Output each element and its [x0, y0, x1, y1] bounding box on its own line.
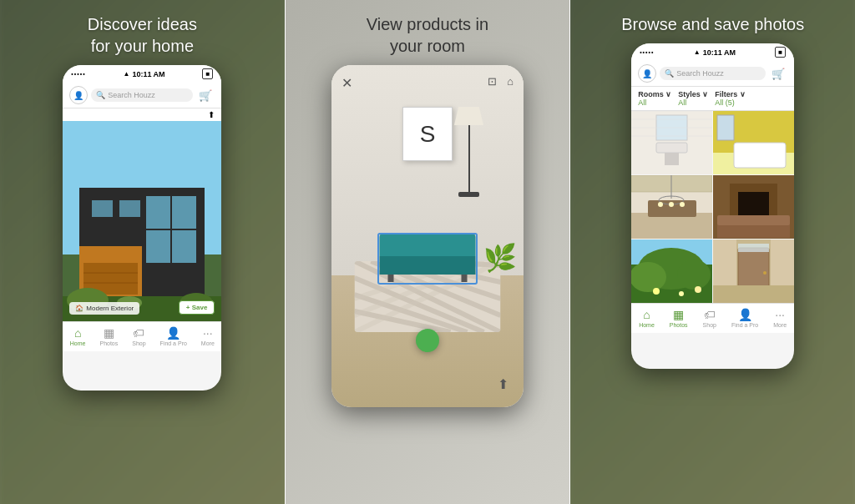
ar-phone-mockup: ✕ ⊡ ⌂ S 🌿	[331, 65, 524, 407]
nav-findpro-1[interactable]: 👤 Find a Pro	[160, 326, 187, 346]
filter-styles-label: Styles ∨	[678, 90, 708, 98]
grid-photo-1[interactable]	[631, 111, 712, 174]
ar-selection-box	[377, 233, 478, 285]
ar-plant: 🌿	[483, 242, 517, 274]
panel2-title: View products in your room	[350, 0, 505, 65]
search-placeholder-1: Search Houzz	[108, 91, 155, 99]
ar-furniture-icon[interactable]: ⌂	[507, 75, 514, 91]
photos-icon: ▦	[104, 326, 114, 340]
lamp-shade	[454, 107, 483, 125]
filter-rooms-label: Rooms ∨	[638, 90, 671, 98]
svg-point-61	[653, 288, 660, 295]
svg-rect-31	[656, 143, 687, 153]
svg-rect-55	[717, 215, 790, 225]
divider-2-3	[569, 0, 570, 504]
svg-rect-39	[734, 143, 786, 168]
filter-bar: Rooms ∨ All Styles ∨ All Filters ∨ All (…	[631, 87, 794, 111]
svg-rect-8	[119, 200, 140, 217]
nav-findpro-3[interactable]: 👤 Find a Pro	[731, 308, 758, 328]
svg-rect-32	[665, 153, 679, 165]
nav-more-label-3: More	[773, 322, 787, 328]
wifi-icon-3: ▲	[694, 48, 701, 56]
nav-shop-1[interactable]: 🏷 Shop	[132, 326, 145, 346]
divider-1-2	[285, 0, 286, 504]
ar-confirm-dot[interactable]	[416, 329, 439, 352]
house-illustration: 🏠 Modern Exterior + Save	[63, 121, 221, 321]
panel1-title: Discover ideas for your home	[71, 0, 214, 65]
grid-photo-6[interactable]	[713, 239, 794, 303]
svg-point-67	[763, 271, 766, 275]
search-bar-3: 👤 🔍 Search Houzz 🛒	[631, 61, 794, 87]
nav-findpro-label-3: Find a Pro	[731, 322, 758, 328]
panel-ar: View products in your room ✕ ⊡ ⌂ S	[286, 0, 570, 504]
svg-rect-68	[738, 244, 769, 252]
svg-point-48	[669, 202, 674, 207]
photo-label-text: Modern Exterior	[86, 305, 134, 312]
avatar-3: 👤	[638, 64, 656, 83]
svg-point-47	[658, 202, 663, 207]
wifi-icon: ▲	[123, 70, 129, 78]
ar-screen: ✕ ⊡ ⌂ S 🌿	[331, 65, 524, 407]
save-button-1[interactable]: + Save	[179, 300, 215, 315]
nav-shop-3[interactable]: 🏷 Shop	[703, 308, 716, 328]
ar-floor-lamp	[454, 107, 483, 199]
cart-icon-3[interactable]: 🛒	[769, 64, 787, 83]
search-icon: 🔍	[96, 91, 105, 99]
nav-home-label: Home	[70, 340, 86, 346]
search-field-3[interactable]: 🔍 Search Houzz	[660, 67, 766, 80]
findpro-icon-3: 👤	[738, 308, 752, 321]
ar-share-icon[interactable]: ⬆	[498, 376, 508, 392]
svg-point-62	[679, 291, 684, 296]
ar-close-icon[interactable]: ✕	[341, 75, 352, 91]
filter-filters-label: Filters ∨	[715, 90, 746, 98]
share-row: ⬆	[63, 108, 221, 121]
filter-filters-value: All (5)	[715, 98, 746, 107]
house-image: 🏠 Modern Exterior + Save	[63, 121, 221, 321]
grid-photo-2[interactable]	[713, 111, 794, 174]
panel-browse: Browse and save photos ••••• ▲ 10:11 AM …	[570, 0, 855, 504]
nav-photos-3[interactable]: ▦ Photos	[670, 308, 688, 328]
filter-styles-value: All	[678, 98, 708, 107]
filter-rooms-value: All	[638, 98, 671, 107]
lamp-pole	[468, 125, 470, 192]
nav-more-1[interactable]: ··· More	[201, 326, 215, 346]
svg-rect-40	[717, 115, 734, 140]
filter-styles[interactable]: Styles ∨ All	[678, 90, 708, 107]
grid-photo-5[interactable]	[631, 239, 712, 303]
grid-photo-3[interactable]	[631, 175, 712, 239]
nav-shop-label-3: Shop	[703, 322, 716, 328]
nav-more-3[interactable]: ··· More	[773, 308, 787, 328]
photo-label-1: 🏠 Modern Exterior	[69, 302, 139, 315]
search-bar-1: 👤 🔍 Search Houzz 🛒	[63, 83, 221, 108]
photo-grid	[631, 111, 794, 303]
nav-photos-1[interactable]: ▦ Photos	[99, 326, 118, 346]
signal-dots-3: •••••	[640, 49, 654, 55]
battery-icon: ■	[202, 68, 213, 79]
svg-point-59	[631, 262, 666, 292]
share-icon[interactable]: ⬆	[208, 110, 215, 119]
phone-mockup-3: ••••• ▲ 10:11 AM ■ 👤 🔍 Search Houzz 🛒 Ro…	[631, 43, 794, 369]
bottom-nav-1: ⌂ Home ▦ Photos 🏷 Shop 👤 Find a Pro ··· …	[63, 321, 221, 351]
more-icon: ···	[203, 326, 213, 340]
filter-filters[interactable]: Filters ∨ All (5)	[715, 90, 746, 107]
panel3-title: Browse and save photos	[605, 0, 821, 43]
findpro-icon: 👤	[166, 326, 180, 340]
nav-home-3[interactable]: ⌂ Home	[639, 308, 655, 328]
more-icon-3: ···	[775, 308, 785, 321]
home-icon: ⌂	[74, 326, 81, 340]
nav-more-label: More	[201, 340, 215, 346]
search-icon-3: 🔍	[665, 69, 674, 78]
bottom-nav-3: ⌂ Home ▦ Photos 🏷 Shop 👤 Find a Pro ··· …	[631, 303, 794, 333]
search-field-1[interactable]: 🔍 Search Houzz	[91, 88, 193, 102]
battery-icon-3: ■	[775, 47, 786, 58]
ar-camera-icon[interactable]: ⊡	[488, 75, 497, 91]
signal-dots: •••••	[71, 71, 85, 77]
svg-rect-52	[738, 192, 769, 217]
grid-photo-4[interactable]	[713, 175, 794, 239]
filter-rooms[interactable]: Rooms ∨ All	[638, 90, 671, 107]
nav-home-1[interactable]: ⌂ Home	[70, 326, 86, 346]
shop-icon: 🏷	[133, 326, 144, 340]
panel-discover: Discover ideas for your home ••••• ▲ 10:…	[0, 0, 285, 504]
cart-icon-1[interactable]: 🛒	[196, 86, 215, 104]
status-bar-1: ••••• ▲ 10:11 AM ■	[63, 65, 221, 83]
